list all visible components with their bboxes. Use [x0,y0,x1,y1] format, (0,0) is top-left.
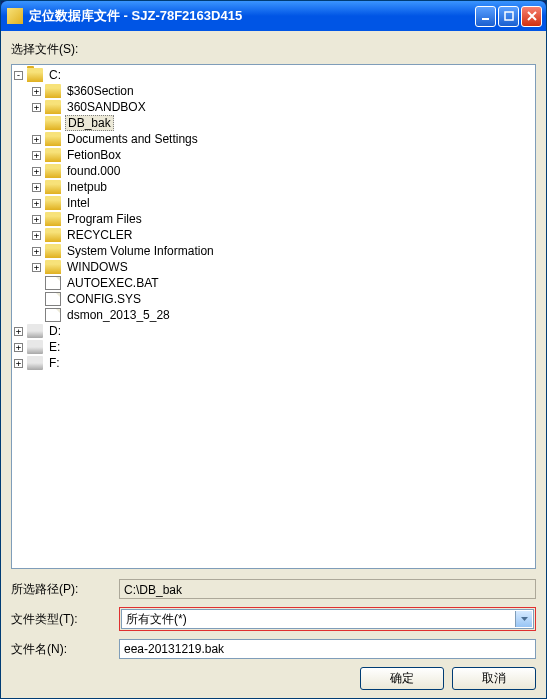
tree-node[interactable]: +Program Files [32,211,533,227]
file-type-select[interactable]: 所有文件(*) [121,609,534,629]
tree-node[interactable]: +DB_bak [32,115,533,131]
selected-path-display: C:\DB_bak [119,579,536,599]
window-title: 定位数据库文件 - SJZ-78F2163D415 [29,7,475,25]
app-icon [7,8,23,24]
folder-icon [45,244,61,258]
drive-icon [27,356,43,370]
expand-icon[interactable]: + [14,359,23,368]
tree-node[interactable]: +CONFIG.SYS [32,291,533,307]
expand-icon[interactable]: + [32,263,41,272]
minimize-button[interactable] [475,6,496,27]
folder-icon [45,196,61,210]
expand-icon[interactable]: + [14,327,23,336]
tree-node[interactable]: +Inetpub [32,179,533,195]
tree-node-label: found.000 [65,164,122,178]
tree-node-label: C: [47,68,63,82]
expand-icon[interactable]: + [32,215,41,224]
expand-icon[interactable]: + [14,343,23,352]
tree-node-label: DB_bak [65,115,114,131]
folder-icon [45,164,61,178]
file-type-value: 所有文件(*) [126,611,187,628]
folder-icon [45,228,61,242]
close-button[interactable] [521,6,542,27]
titlebar-buttons [475,6,542,27]
file-icon [45,292,61,306]
expand-icon[interactable]: + [32,103,41,112]
svg-rect-1 [505,12,513,20]
tree-node[interactable]: +found.000 [32,163,533,179]
folder-icon [45,212,61,226]
tree-node[interactable]: +dsmon_2013_5_28 [32,307,533,323]
expand-icon[interactable]: + [32,183,41,192]
tree-node-label: Documents and Settings [65,132,200,146]
tree-node-label: Inetpub [65,180,109,194]
tree-node[interactable]: +Documents and Settings [32,131,533,147]
dialog-window: 定位数据库文件 - SJZ-78F2163D415 选择文件(S): - C: … [0,0,547,699]
folder-icon [45,260,61,274]
tree-node-label: RECYCLER [65,228,134,242]
folder-icon [45,100,61,114]
selected-path-label: 所选路径(P): [11,581,119,598]
expand-icon[interactable]: + [32,151,41,160]
expand-icon[interactable]: + [32,247,41,256]
client-area: 选择文件(S): - C: +$360Section+360SANDBOX+DB… [1,31,546,698]
tree-node-label: WINDOWS [65,260,130,274]
drive-icon [27,340,43,354]
tree-drive-e[interactable]: + E: [14,339,533,355]
tree-drive-d[interactable]: + D: [14,323,533,339]
tree-node[interactable]: +Intel [32,195,533,211]
titlebar: 定位数据库文件 - SJZ-78F2163D415 [1,1,546,31]
dropdown-button[interactable] [515,611,532,627]
collapse-icon[interactable]: - [14,71,23,80]
file-icon [45,308,61,322]
drive-icon [27,324,43,338]
tree-drive-c[interactable]: - C: [14,67,533,83]
folder-icon [45,84,61,98]
maximize-button[interactable] [498,6,519,27]
file-type-label: 文件类型(T): [11,611,119,628]
form-area: 所选路径(P): C:\DB_bak 文件类型(T): 所有文件(*) 文件名(… [11,579,536,690]
tree-node-label: $360Section [65,84,136,98]
expand-icon[interactable]: + [32,231,41,240]
chevron-down-icon [521,617,528,621]
tree-node-label: CONFIG.SYS [65,292,143,306]
file-type-highlight: 所有文件(*) [119,607,536,631]
expand-icon[interactable]: + [32,135,41,144]
ok-button[interactable]: 确定 [360,667,444,690]
folder-icon [45,180,61,194]
tree-node-label: FetionBox [65,148,123,162]
expand-icon[interactable]: + [32,87,41,96]
file-name-input[interactable] [119,639,536,659]
file-name-label: 文件名(N): [11,641,119,658]
tree-node-label: AUTOEXEC.BAT [65,276,161,290]
folder-open-icon [27,68,43,82]
tree-node[interactable]: +RECYCLER [32,227,533,243]
folder-icon [45,148,61,162]
tree-node-label: D: [47,324,63,338]
tree-node[interactable]: +AUTOEXEC.BAT [32,275,533,291]
tree-node-label: F: [47,356,62,370]
svg-rect-0 [482,18,489,20]
cancel-button[interactable]: 取消 [452,667,536,690]
folder-icon [45,116,61,130]
tree-drive-f[interactable]: + F: [14,355,533,371]
folder-tree[interactable]: - C: +$360Section+360SANDBOX+DB_bak+Docu… [11,64,536,569]
expand-icon[interactable]: + [32,199,41,208]
tree-node[interactable]: +$360Section [32,83,533,99]
file-icon [45,276,61,290]
tree-node-label: 360SANDBOX [65,100,148,114]
tree-node[interactable]: +360SANDBOX [32,99,533,115]
tree-node-label: Intel [65,196,92,210]
tree-node-label: Program Files [65,212,144,226]
tree-node-label: E: [47,340,62,354]
tree-node[interactable]: +WINDOWS [32,259,533,275]
folder-icon [45,132,61,146]
expand-icon[interactable]: + [32,167,41,176]
tree-node[interactable]: +System Volume Information [32,243,533,259]
tree-node[interactable]: +FetionBox [32,147,533,163]
select-file-label: 选择文件(S): [11,41,536,58]
tree-node-label: dsmon_2013_5_28 [65,308,172,322]
tree-node-label: System Volume Information [65,244,216,258]
